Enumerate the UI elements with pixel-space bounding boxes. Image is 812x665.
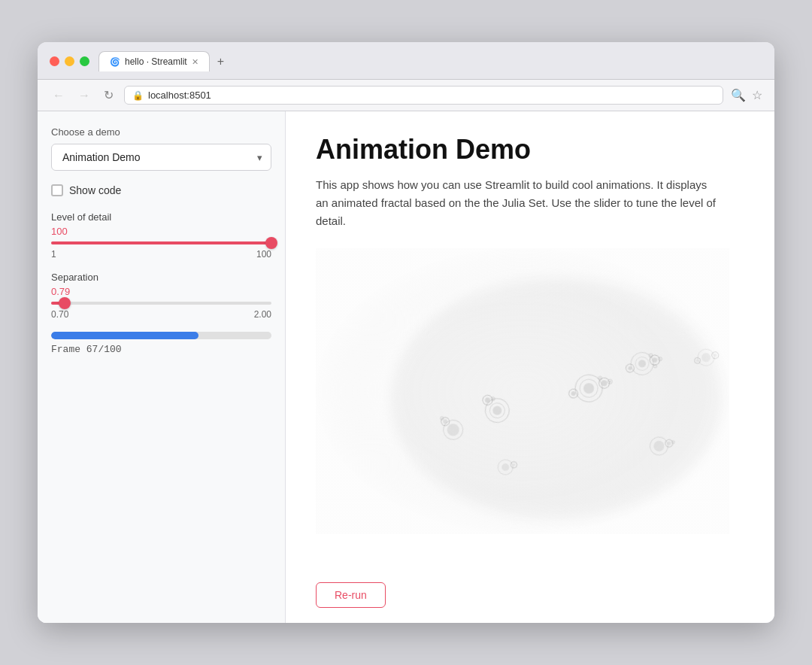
main-panel: Animation Demo This app shows how you ca… [286, 111, 774, 623]
rerun-button-container: Re-run [316, 582, 386, 608]
page-title: Animation Demo [316, 134, 744, 165]
separation-range: 0.70 2.00 [51, 309, 271, 320]
address-bar: ← → ↻ 🔒 localhost:8501 🔍 ☆ [38, 80, 774, 111]
separation-label: Separation [51, 272, 271, 283]
separation-thumb[interactable] [59, 297, 71, 309]
level-of-detail-range: 1 100 [51, 249, 271, 260]
level-of-detail-section: Level of detail 100 1 100 [51, 211, 271, 260]
url-text: localhost:8501 [148, 90, 211, 101]
fullscreen-button[interactable] [80, 56, 89, 66]
sidebar: Choose a demo Animation Demo Mapping Dem… [38, 111, 286, 623]
demo-select[interactable]: Animation Demo Mapping Demo DataFrame De… [51, 144, 271, 171]
level-min-label: 1 [51, 249, 56, 260]
bookmark-icon[interactable]: ☆ [752, 88, 762, 102]
traffic-lights [50, 56, 89, 66]
choose-demo-label: Choose a demo [51, 126, 271, 138]
tab-close-icon[interactable]: ✕ [192, 57, 198, 67]
svg-rect-54 [316, 248, 729, 534]
progress-bar-fill [51, 332, 198, 339]
level-of-detail-slider[interactable] [51, 241, 271, 244]
close-button[interactable] [50, 56, 59, 66]
show-code-label: Show code [69, 184, 121, 196]
title-bar: 🌀 hello · Streamlit ✕ + [38, 42, 774, 80]
browser-content: Choose a demo Animation Demo Mapping Dem… [38, 111, 774, 623]
level-of-detail-label: Level of detail [51, 211, 271, 223]
browser-tab[interactable]: 🌀 hello · Streamlit ✕ [98, 51, 210, 71]
frame-label: Frame 67/100 [51, 344, 271, 355]
level-of-detail-track [51, 241, 271, 244]
level-of-detail-value: 100 [51, 226, 271, 237]
show-code-row: Show code [51, 184, 271, 196]
separation-value: 0.79 [51, 286, 271, 297]
new-tab-button[interactable]: + [211, 52, 230, 71]
tab-bar: 🌀 hello · Streamlit ✕ + [98, 51, 762, 71]
fractal-visualization [316, 248, 744, 549]
sep-min-label: 0.70 [51, 309, 68, 320]
refresh-button[interactable]: ↻ [101, 87, 117, 104]
back-button[interactable]: ← [50, 87, 68, 104]
main-description: This app shows how you can use Streamlit… [316, 176, 722, 230]
zoom-icon[interactable]: 🔍 [731, 88, 746, 102]
address-field[interactable]: 🔒 localhost:8501 [124, 86, 723, 105]
separation-track [51, 302, 271, 305]
level-of-detail-thumb[interactable] [265, 237, 277, 249]
separation-section: Separation 0.79 0.70 2.00 [51, 272, 271, 320]
tab-title: hello · Streamlit [125, 56, 187, 67]
sep-max-label: 2.00 [254, 309, 271, 320]
address-icons: 🔍 ☆ [731, 88, 762, 102]
separation-slider[interactable] [51, 302, 271, 305]
forward-button[interactable]: → [75, 87, 93, 104]
lock-icon: 🔒 [132, 90, 144, 101]
progress-bar-bg [51, 332, 271, 339]
level-max-label: 100 [256, 249, 271, 260]
minimize-button[interactable] [65, 56, 74, 66]
demo-select-wrapper: Animation Demo Mapping Demo DataFrame De… [51, 144, 271, 171]
streamlit-icon: 🌀 [110, 57, 120, 67]
level-of-detail-fill [51, 241, 271, 244]
rerun-button[interactable]: Re-run [316, 582, 386, 608]
progress-bar-container: Frame 67/100 [51, 332, 271, 355]
show-code-checkbox[interactable] [51, 184, 63, 196]
fractal-svg [316, 248, 729, 534]
browser-window: 🌀 hello · Streamlit ✕ + ← → ↻ 🔒 localhos… [38, 42, 774, 623]
